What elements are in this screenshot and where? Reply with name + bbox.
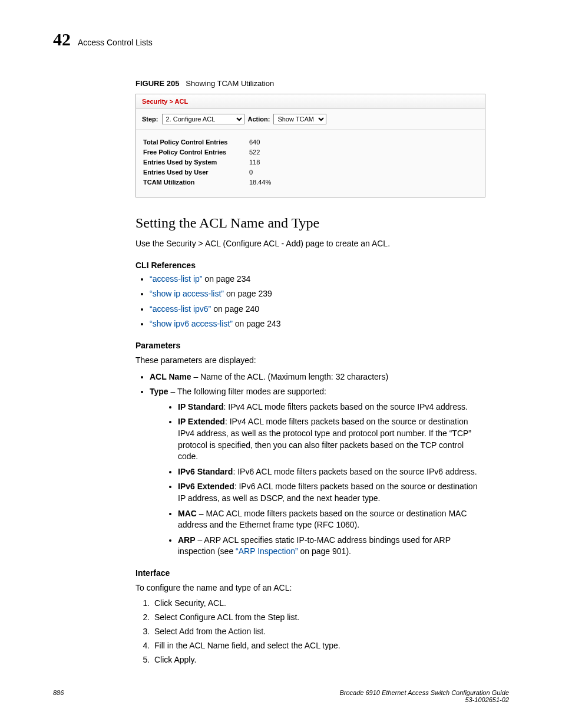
chapter-title: Access Control Lists [78,38,153,47]
cli-link[interactable]: “show ip access-list” [150,289,224,298]
action-label: Action: [248,116,270,123]
step-item: Fill in the ACL Name field, and select t… [152,641,485,650]
stat-row: Entries Used by User 0 [143,169,478,176]
stat-value: 640 [249,139,260,146]
cli-references-heading: CLI References [135,261,485,270]
page-header: 42 Access Control Lists [53,29,509,50]
figure-caption: FIGURE 205 Showing TCAM Utilization [135,79,485,88]
type-name: IP Extended [178,417,225,426]
cli-suffix: on page 243 [233,319,281,328]
panel-controls: Step: 2. Configure ACL Action: Show TCAM [136,109,485,130]
step-item: Click Security, ACL. [152,598,485,608]
page-footer: 886 Brocade 6910 Ethernet Access Switch … [53,689,509,703]
step-item: Click Apply. [152,655,485,664]
parameters-list: ACL Name – Name of the ACL. (Maximum len… [150,371,485,558]
section-heading: Setting the ACL Name and Type [135,215,485,231]
type-desc: : IPv4 ACL mode filters packets based on… [224,402,468,411]
type-desc-post: on page 901). [298,546,351,556]
page-number: 886 [53,689,64,703]
interface-steps: Click Security, ACL. Select Configure AC… [152,598,485,664]
type-list: IP Standard: IPv4 ACL mode filters packe… [178,401,485,558]
list-item: IP Standard: IPv4 ACL mode filters packe… [178,401,485,413]
list-item: ACL Name – Name of the ACL. (Maximum len… [150,371,485,383]
tcam-panel: Security > ACL Step: 2. Configure ACL Ac… [135,94,485,197]
stat-label: Entries Used by User [143,169,249,176]
list-item: Type – The following filter modes are su… [150,386,485,558]
cli-references-list: “access-list ip” on page 234 “show ip ac… [150,274,485,330]
type-name: ARP [178,535,196,545]
cli-suffix: on page 240 [211,304,259,314]
stat-label: Free Policy Control Entries [143,149,249,156]
intro-paragraph: Use the Security > ACL (Configure ACL - … [135,238,485,250]
type-name: IP Standard [178,402,224,411]
list-item: IP Extended: IPv4 ACL mode filters packe… [178,416,485,462]
param-desc: – The following filter modes are support… [168,387,326,396]
stat-label: Total Policy Control Entries [143,139,249,146]
cli-link[interactable]: “access-list ip” [150,274,202,284]
cli-suffix: on page 239 [224,289,272,298]
type-name: IPv6 Extended [178,482,234,491]
list-item: IPv6 Extended: IPv6 ACL mode filters pac… [178,481,485,504]
figure-caption-text: Showing TCAM Utilization [186,79,274,88]
stat-value: 118 [249,159,260,166]
list-item: “access-list ip” on page 234 [150,274,485,285]
figure-label: FIGURE 205 [135,79,179,88]
step-item: Select Add from the Action list. [152,627,485,636]
arp-inspection-link[interactable]: “ARP Inspection” [236,546,298,556]
parameters-heading: Parameters [135,341,485,350]
cli-link[interactable]: “access-list ipv6” [150,304,211,314]
stat-row: Entries Used by System 118 [143,159,478,166]
stat-row: TCAM Utilization 18.44% [143,179,478,186]
interface-intro: To configure the name and type of an ACL… [135,582,485,594]
panel-breadcrumb: Security > ACL [136,94,485,109]
type-name: MAC [178,509,197,518]
parameters-intro: These parameters are displayed: [135,355,485,367]
doc-title: Brocade 6910 Ethernet Access Switch Conf… [339,689,509,696]
type-desc: – MAC ACL mode filters packets based on … [178,509,467,530]
chapter-number: 42 [53,29,71,50]
stat-label: TCAM Utilization [143,179,249,186]
stat-value: 0 [249,169,253,176]
list-item: “show ip access-list” on page 239 [150,288,485,300]
list-item: MAC – MAC ACL mode filters packets based… [178,508,485,531]
list-item: ARP – ARP ACL specifies static IP-to-MAC… [178,535,485,558]
action-select[interactable]: Show TCAM [273,114,326,124]
panel-body: Total Policy Control Entries 640 Free Po… [136,130,485,197]
cli-link[interactable]: “show ipv6 access-list” [150,319,233,328]
step-item: Select Configure ACL from the Step list. [152,612,485,622]
stat-row: Free Policy Control Entries 522 [143,149,478,156]
list-item: “show ipv6 access-list” on page 243 [150,318,485,330]
list-item: “access-list ipv6” on page 240 [150,304,485,315]
type-name: IPv6 Standard [178,467,233,476]
stat-value: 522 [249,149,260,156]
param-name: ACL Name [150,372,191,381]
interface-heading: Interface [135,568,485,578]
param-desc: – Name of the ACL. (Maximum length: 32 c… [191,372,389,381]
stat-value: 18.44% [249,179,271,186]
doc-number: 53-1002651-02 [339,696,509,703]
list-item: IPv6 Standard: IPv6 ACL mode filters pac… [178,466,485,478]
type-desc: : IPv6 ACL mode filters packets based on… [233,467,477,476]
stat-label: Entries Used by System [143,159,249,166]
cli-suffix: on page 234 [202,274,250,284]
param-name: Type [150,387,168,396]
step-select[interactable]: 2. Configure ACL [162,114,244,124]
step-label: Step: [142,116,158,123]
stat-row: Total Policy Control Entries 640 [143,139,478,146]
